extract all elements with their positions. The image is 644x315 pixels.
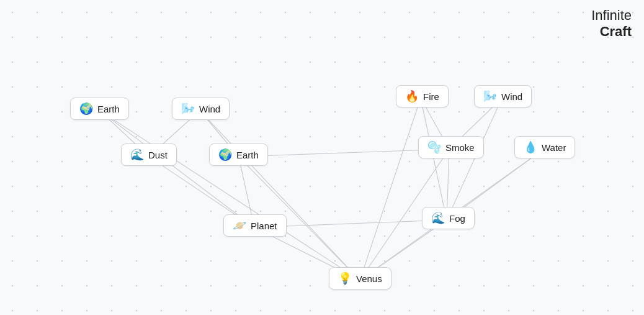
smoke-label: Smoke	[445, 142, 475, 153]
logo-craft: Craft	[591, 24, 632, 40]
smoke-icon: 🫧	[427, 142, 441, 153]
node-earth1[interactable]: 🌍Earth	[70, 98, 129, 120]
connection-wind2-fog	[447, 98, 502, 220]
wind1-label: Wind	[199, 104, 220, 114]
dust-icon: 🌊	[130, 149, 144, 160]
logo-infinite: Infinite	[591, 7, 632, 24]
earth2-label: Earth	[236, 150, 259, 160]
planet-icon: 🪐	[233, 220, 246, 231]
earth2-icon: 🌍	[218, 149, 232, 160]
node-fog[interactable]: 🌊Fog	[422, 207, 475, 229]
fog-icon: 🌊	[431, 212, 445, 224]
venus-icon: 💡	[338, 273, 352, 284]
earth1-icon: 🌍	[79, 103, 93, 114]
fire-icon: 🔥	[405, 91, 419, 102]
planet-label: Planet	[251, 221, 277, 231]
connection-fire-fog	[421, 98, 447, 220]
node-wind1[interactable]: 🌬️Wind	[172, 98, 230, 120]
node-water[interactable]: 💧Water	[514, 136, 575, 158]
fire-label: Fire	[423, 91, 439, 102]
dust-label: Dust	[148, 150, 168, 160]
water-label: Water	[542, 142, 566, 153]
wind2-label: Wind	[501, 91, 522, 102]
connection-fire-venus	[360, 98, 421, 280]
node-wind2[interactable]: 🌬️Wind	[474, 85, 532, 107]
node-smoke[interactable]: 🫧Smoke	[418, 136, 484, 158]
fog-label: Fog	[449, 213, 465, 224]
venus-label: Venus	[356, 273, 382, 284]
node-venus[interactable]: 💡Venus	[329, 267, 391, 290]
node-earth2[interactable]: 🌍Earth	[209, 144, 268, 166]
node-dust[interactable]: 🌊Dust	[121, 144, 177, 166]
app-logo: Infinite Craft	[591, 7, 632, 40]
water-icon: 💧	[524, 142, 537, 153]
connection-earth1-venus	[100, 111, 360, 280]
node-fire[interactable]: 🔥Fire	[396, 85, 449, 107]
wind2-icon: 🌬️	[483, 91, 497, 102]
earth1-label: Earth	[97, 104, 120, 114]
connection-earth1-planet	[100, 111, 255, 227]
wind1-icon: 🌬️	[181, 103, 195, 114]
connection-wind1-venus	[200, 111, 360, 280]
node-planet[interactable]: 🪐Planet	[223, 214, 287, 237]
